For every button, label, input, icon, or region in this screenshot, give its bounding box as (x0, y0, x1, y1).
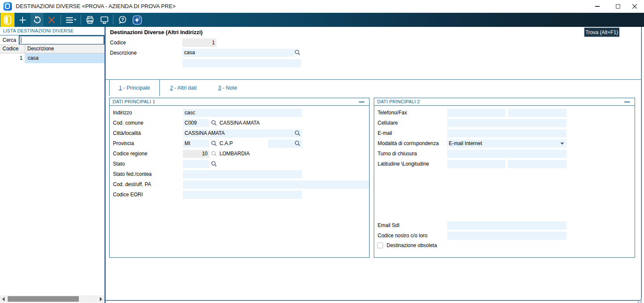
codice-regione-label: Codice regione (113, 150, 147, 158)
lat-lon-label: Latitudine \Longitudine (378, 160, 429, 168)
indirizzo-field[interactable]: casc (183, 109, 302, 117)
latitudine-field[interactable] (447, 160, 505, 168)
codice-nostro-field[interactable] (447, 232, 566, 240)
row-codice-cell[interactable]: 1 (0, 53, 25, 63)
add-button[interactable] (16, 13, 29, 27)
cod-comune-search-icon[interactable] (211, 120, 217, 126)
stato-fed-field[interactable] (183, 170, 302, 178)
tab-altri-dati[interactable]: 2 - Altri dati (162, 80, 205, 96)
panel1-title: DATI PRINCIPALI 1 (113, 99, 155, 104)
telefono-label: Telefono/Fax (378, 109, 407, 117)
menu-icon (65, 15, 77, 25)
turno-field[interactable] (447, 150, 566, 158)
email-sdi-field[interactable] (447, 221, 566, 230)
trova-label: Trova (Alt+F1) (586, 29, 618, 35)
codice-eori-label: Codice EORI (113, 191, 143, 199)
email-sdi-label: Email SdI (378, 221, 399, 230)
cod-comune-desc: CASSINA AMATA (219, 119, 260, 127)
fax-field[interactable] (508, 109, 566, 117)
modalita-value: E-mail Internet (449, 140, 482, 146)
descrizione-search-icon[interactable] (295, 50, 300, 55)
email-field[interactable] (447, 129, 566, 137)
codice-label: Codice (110, 39, 126, 47)
panel2-title: DATI PRINCIPALI 2 (377, 99, 420, 104)
window-title: DESTINAZIONI DIVERSE <PROVA - AZIENDA DI… (16, 3, 176, 9)
column-divider[interactable] (25, 45, 25, 53)
descrizione-label: Descrizione (110, 49, 137, 57)
column-header-codice[interactable]: Codice (3, 45, 18, 53)
telefono-field[interactable] (447, 109, 505, 117)
scroll-left-arrow-icon[interactable] (2, 297, 5, 301)
cod-dest-field[interactable] (183, 181, 369, 189)
scroll-right-arrow-icon[interactable] (100, 297, 102, 301)
modalita-combo[interactable]: E-mail Internet (447, 140, 566, 148)
minimize-button[interactable] (588, 0, 606, 13)
undo-button[interactable] (31, 13, 43, 27)
title-bar: DESTINAZIONI DIVERSE <PROVA - AZIENDA DI… (0, 0, 644, 13)
column-header-descrizione[interactable]: Descrizione (27, 45, 54, 53)
resize-grip-icon[interactable] (640, 299, 642, 300)
sidebar-title: LISTA DESTINAZIONI DIVERSE (3, 28, 74, 33)
cap-label: C.A.P (219, 140, 233, 148)
citta-field[interactable]: CASSINA AMATA (183, 129, 302, 137)
row-descrizione-cell[interactable]: casa (25, 53, 104, 63)
tab-note[interactable]: 3 - Note (211, 80, 245, 96)
cellulare-field[interactable] (447, 119, 566, 127)
horizontal-scrollbar[interactable] (0, 295, 104, 303)
display-button[interactable] (98, 13, 111, 27)
descrizione2-field[interactable] (182, 59, 301, 67)
close-button[interactable] (625, 0, 644, 13)
obsoleta-checkbox[interactable] (377, 242, 383, 248)
cod-comune-value: C009 (185, 120, 197, 126)
chevron-down-icon[interactable] (560, 143, 564, 145)
stato-field[interactable] (183, 160, 209, 168)
undo-icon (32, 15, 42, 25)
descrizione-field[interactable]: casa (182, 49, 295, 57)
tab-label: - Note (221, 85, 237, 91)
citta-label: Città/località (113, 129, 141, 137)
email-label: E-mail (378, 129, 392, 137)
panel-dati-principali-2: DATI PRINCIPALI 2 Telefono/Fax Cellulare… (374, 98, 635, 258)
indirizzo-value: casc (185, 110, 195, 116)
resize-grip-icon[interactable] (638, 301, 639, 303)
provincia-field[interactable]: MI (183, 140, 209, 148)
provincia-value: MI (185, 140, 190, 146)
list-button[interactable] (0, 13, 14, 27)
longitudine-field[interactable] (508, 160, 566, 168)
codice-regione-field: 10 (183, 150, 209, 158)
codice-field[interactable]: 1 (182, 38, 217, 47)
plus-icon (18, 15, 27, 25)
tab-principale[interactable]: 1 - Principale (109, 79, 160, 96)
codice-eori-field[interactable] (183, 191, 302, 199)
printer-icon (85, 15, 95, 25)
citta-search-icon[interactable] (295, 130, 300, 136)
stato-search-icon[interactable] (211, 161, 217, 167)
panel2-collapse-icon[interactable] (624, 102, 630, 102)
help-button[interactable]: ? (116, 13, 129, 27)
search-label: Cerca (3, 37, 16, 43)
trova-button[interactable]: Trova (Alt+F1) (583, 27, 620, 38)
tab-number: 1 (119, 85, 122, 91)
scrollbar-thumb[interactable] (8, 296, 79, 302)
codice-regione-value: 10 (202, 151, 208, 157)
print-button[interactable] (84, 13, 96, 27)
codice-nostro-label: Codice nostro c/o loro (378, 232, 427, 240)
panel1-collapse-icon[interactable] (359, 102, 364, 102)
sidebar-divider (104, 27, 106, 303)
cap-search-icon[interactable] (295, 140, 300, 146)
sparkle-badge-icon (132, 15, 142, 25)
maximize-button[interactable] (609, 0, 627, 13)
sidebar: LISTA DESTINAZIONI DIVERSE Cerca Codice … (0, 27, 104, 303)
delete-button[interactable] (45, 13, 58, 27)
cod-comune-field[interactable]: C009 (183, 119, 209, 127)
table-row[interactable]: 1 casa (0, 53, 104, 63)
menu-button[interactable] (63, 13, 78, 27)
window-right-border (641, 27, 642, 301)
assistant-button[interactable] (130, 13, 144, 27)
resize-grip-icon[interactable] (640, 301, 642, 303)
search-input[interactable] (19, 35, 104, 45)
codice-regione-search-icon (211, 151, 217, 157)
stato-label: Stato (113, 160, 125, 168)
provincia-search-icon[interactable] (211, 140, 217, 146)
tab-number: 2 (170, 85, 173, 91)
